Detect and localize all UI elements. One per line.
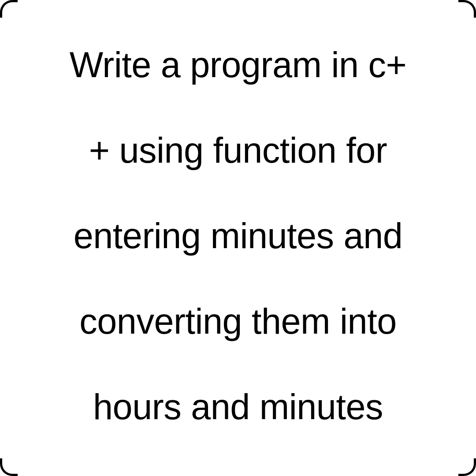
text-line-5: hours and minutes: [93, 387, 383, 428]
text-line-2: + using function for: [89, 130, 387, 171]
text-line-4: converting them into: [79, 301, 396, 342]
question-text-container: Write a program in c+ + using function f…: [0, 0, 476, 476]
text-line-3: entering minutes and: [74, 216, 403, 257]
text-line-1: Write a program in c+: [70, 45, 407, 86]
